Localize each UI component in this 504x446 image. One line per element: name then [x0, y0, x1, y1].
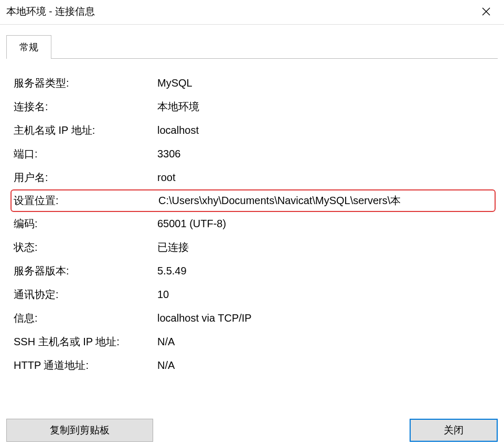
dialog-footer: 复制到剪贴板 关闭	[6, 419, 498, 442]
label-host: 主机名或 IP 地址:	[14, 123, 157, 137]
label-connection-name: 连接名:	[14, 100, 157, 114]
tab-general[interactable]: 常规	[6, 35, 51, 59]
row-info: 信息: localhost via TCP/IP	[14, 306, 496, 330]
value-status: 已连接	[157, 240, 496, 254]
value-info: localhost via TCP/IP	[157, 312, 496, 324]
label-username: 用户名:	[14, 171, 157, 185]
value-protocol: 10	[157, 289, 496, 301]
value-username: root	[157, 172, 496, 184]
label-port: 端口:	[14, 147, 157, 161]
row-server-version: 服务器版本: 5.5.49	[14, 259, 496, 283]
row-ssh-host: SSH 主机名或 IP 地址: N/A	[14, 330, 496, 354]
row-status: 状态: 已连接	[14, 236, 496, 259]
label-server-type: 服务器类型:	[14, 76, 157, 90]
value-encoding: 65001 (UTF-8)	[157, 218, 496, 230]
label-status: 状态:	[14, 240, 157, 254]
value-server-version: 5.5.49	[157, 265, 496, 277]
label-info: 信息:	[14, 311, 157, 325]
close-button[interactable]: 关闭	[410, 419, 498, 442]
label-http-tunnel: HTTP 通道地址:	[14, 358, 157, 373]
property-list: 服务器类型: MySQL 连接名: 本地环境 主机名或 IP 地址: local…	[0, 59, 504, 377]
tab-underline	[6, 58, 498, 59]
row-server-type: 服务器类型: MySQL	[14, 71, 496, 95]
row-host: 主机名或 IP 地址: localhost	[14, 119, 496, 142]
titlebar: 本地环境 - 连接信息	[0, 0, 504, 25]
label-ssh-host: SSH 主机名或 IP 地址:	[14, 335, 157, 349]
row-http-tunnel: HTTP 通道地址: N/A	[14, 354, 496, 377]
value-settings-location: C:\Users\xhy\Documents\Navicat\MySQL\ser…	[158, 194, 495, 208]
tab-strip: 常规	[0, 25, 504, 59]
value-server-type: MySQL	[157, 77, 496, 89]
row-port: 端口: 3306	[14, 142, 496, 166]
value-http-tunnel: N/A	[157, 359, 496, 371]
close-icon[interactable]	[475, 3, 498, 20]
connection-info-dialog: 本地环境 - 连接信息 常规 服务器类型: MySQL 连接名: 本地环境 主机…	[0, 0, 504, 446]
label-encoding: 编码:	[14, 217, 157, 231]
row-username: 用户名: root	[14, 166, 496, 189]
copy-to-clipboard-button[interactable]: 复制到剪贴板	[6, 419, 153, 442]
row-encoding: 编码: 65001 (UTF-8)	[14, 212, 496, 236]
label-protocol: 通讯协定:	[14, 288, 157, 302]
row-protocol: 通讯协定: 10	[14, 283, 496, 306]
label-server-version: 服务器版本:	[14, 264, 157, 278]
row-settings-location: 设置位置: C:\Users\xhy\Documents\Navicat\MyS…	[10, 189, 496, 212]
value-ssh-host: N/A	[157, 336, 496, 348]
dialog-title: 本地环境 - 连接信息	[6, 5, 95, 18]
label-settings-location: 设置位置:	[14, 194, 158, 208]
row-connection-name: 连接名: 本地环境	[14, 95, 496, 119]
value-port: 3306	[157, 148, 496, 160]
value-host: localhost	[157, 124, 496, 136]
value-connection-name: 本地环境	[157, 100, 496, 114]
